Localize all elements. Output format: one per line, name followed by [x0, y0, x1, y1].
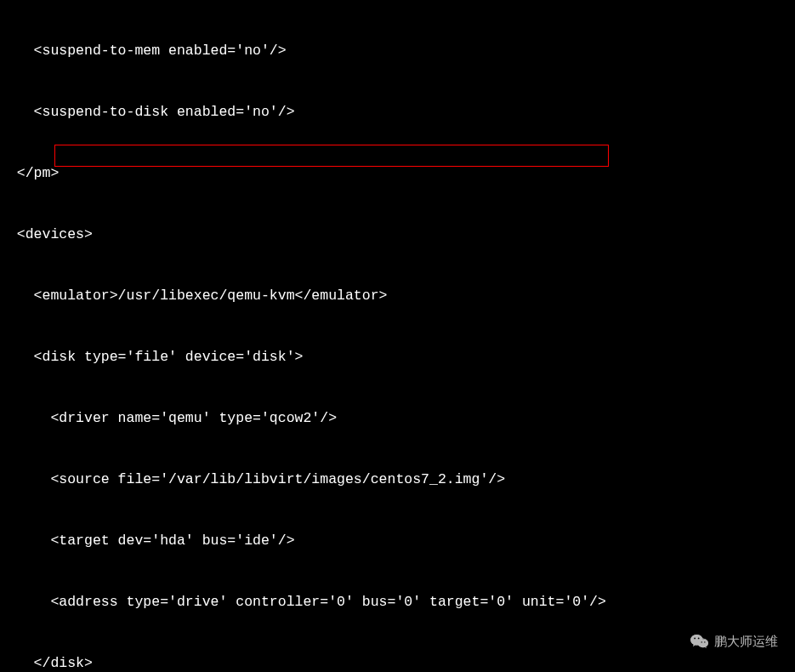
code-line: <driver name='qemu' type='qcow2'/> [0, 408, 795, 429]
svg-point-5 [698, 639, 708, 647]
watermark: 鹏大师运维 [690, 631, 778, 652]
svg-point-7 [698, 638, 700, 640]
svg-point-8 [701, 641, 702, 642]
code-line: <suspend-to-disk enabled='no'/> [0, 102, 795, 122]
svg-point-6 [694, 638, 696, 640]
code-line: <devices> [0, 225, 795, 245]
code-line: <source file='/var/lib/libvirt/images/ce… [0, 470, 795, 490]
terminal-output: <suspend-to-mem enabled='no'/> <suspend-… [0, 0, 795, 672]
code-line: </disk> [0, 653, 795, 672]
watermark-text: 鹏大师运维 [714, 631, 778, 652]
code-line: </pm> [0, 163, 795, 184]
code-line: <address type='drive' controller='0' bus… [0, 592, 795, 612]
code-line: <target dev='hda' bus='ide'/> [0, 531, 795, 551]
code-line: <emulator>/usr/libexec/qemu-kvm</emulato… [0, 286, 795, 306]
wechat-icon [690, 634, 709, 649]
code-line: <suspend-to-mem enabled='no'/> [0, 41, 795, 61]
svg-point-9 [704, 641, 705, 642]
code-line: <disk type='file' device='disk'> [0, 347, 795, 367]
